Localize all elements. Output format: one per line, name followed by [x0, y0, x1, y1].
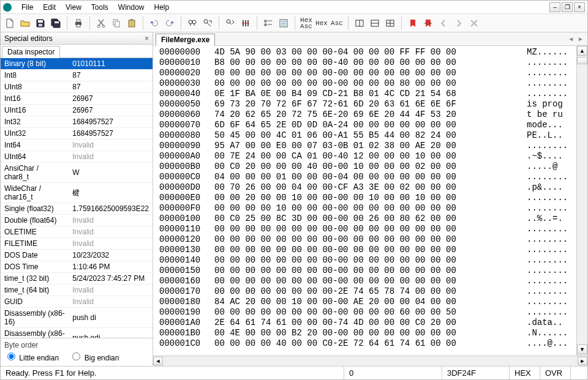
hex-row[interactable]: 000001A02E 64 61 74 61 00 00 00-74 4D 00… [159, 318, 574, 328]
inspector-row[interactable]: Double (float64)Invalid [1, 215, 153, 226]
layout-grid-button[interactable] [383, 17, 397, 30]
scroll-down-icon[interactable]: ▼ [577, 345, 587, 354]
hex-row[interactable]: 000000F000 00 00 00 10 00 00 00-00 00 00… [159, 203, 574, 214]
layout-split-h-button[interactable] [353, 17, 366, 30]
hex-row[interactable]: 0000002000 00 00 00 00 00 00 00-00 00 00… [159, 68, 574, 78]
panel-close-icon[interactable]: × [145, 34, 149, 43]
inspector-row[interactable]: FILETIMEInvalid [1, 238, 153, 250]
cut-button[interactable] [94, 17, 108, 30]
hex-row[interactable]: 0000014000 00 00 00 00 00 00 00-00 00 00… [159, 255, 574, 266]
bookmark-add-button[interactable] [406, 17, 420, 30]
inspector-row[interactable]: Binary (8 bit)01010111 [1, 58, 153, 70]
inspector-row[interactable]: Disassembly (x86-32)push edi [1, 328, 153, 338]
inspector-row[interactable]: Int321684957527 [1, 116, 153, 128]
inspector-row[interactable]: AnsiChar / char8_tW [1, 163, 153, 183]
find-button[interactable] [186, 17, 199, 30]
replace-button[interactable] [201, 17, 214, 30]
inspector-row[interactable]: UInt887 [1, 81, 153, 93]
bookmark-prev-button[interactable] [437, 17, 450, 30]
close-button[interactable]: × [574, 2, 585, 12]
settings-button[interactable] [277, 17, 290, 30]
hex-row[interactable]: 0000018084 AC 20 00 00 10 00 00-00 AE 20… [159, 297, 574, 307]
hex-row[interactable]: 000001B000 4E 00 00 00 B2 20 00-00 00 00… [159, 328, 574, 338]
hex-mode-button[interactable]: Hex [315, 17, 328, 30]
bookmark-clear-button[interactable] [467, 17, 481, 30]
undo-button[interactable] [148, 17, 161, 30]
inspector-row[interactable]: DOS Time1:10:46 PM [1, 261, 153, 273]
inspector-row[interactable]: UInt1626967 [1, 105, 153, 116]
vertical-scrollbar[interactable]: ▲ ▼ [576, 46, 587, 356]
checklist-button[interactable] [262, 17, 275, 30]
redo-button[interactable] [163, 17, 176, 30]
inspector-row[interactable]: Int887 [1, 70, 153, 81]
hex-view[interactable]: 000000004D 5A 90 00 03 00 00 00-04 00 00… [153, 46, 576, 356]
layout-split-v-button[interactable] [368, 17, 382, 30]
hex-row[interactable]: 0000019000 00 00 00 00 00 00 00-00 00 00… [159, 307, 574, 318]
new-file-button[interactable] [3, 17, 17, 30]
goto-button[interactable] [239, 17, 252, 30]
inspector-row[interactable]: WideChar / char16_t楗 [1, 183, 153, 203]
menu-file[interactable]: File [17, 2, 38, 13]
hex-row[interactable]: 000000004D 5A 90 00 03 00 00 00-04 00 00… [159, 47, 574, 58]
open-file-button[interactable] [18, 17, 32, 30]
hex-row[interactable]: 000000A000 7E 24 00 00 CA 01 00-40 12 00… [159, 151, 574, 162]
save-button[interactable] [34, 17, 47, 30]
inspector-row[interactable]: UInt64Invalid [1, 151, 153, 163]
horizontal-scrollbar[interactable]: ◄ ► [153, 356, 587, 366]
hex-asc-toggle[interactable]: Hex Asc [300, 17, 313, 30]
hex-row[interactable]: 000000C004 00 00 00 01 00 00 00-04 00 00… [159, 172, 574, 182]
hex-row[interactable]: 0000016000 00 00 00 00 00 00 00-00 00 00… [159, 276, 574, 286]
inspector-row[interactable]: time_t (32 bit)5/24/2023 7:45:27 PM [1, 273, 153, 285]
scroll-up-icon[interactable]: ▲ [577, 46, 587, 56]
tab-next-icon[interactable]: ► [578, 35, 584, 42]
scroll-right-icon[interactable]: ► [578, 357, 587, 365]
tab-data-inspector[interactable]: Data inspector [2, 46, 60, 58]
inspector-row[interactable]: GUIDInvalid [1, 296, 153, 308]
menu-window[interactable]: Window [113, 2, 149, 13]
scroll-left-icon[interactable]: ◄ [153, 357, 163, 365]
find-next-button[interactable] [224, 17, 237, 30]
menu-tools[interactable]: Tools [86, 2, 113, 13]
hex-row[interactable]: 0000010000 C0 25 00 8C 3D 00 00-00 00 26… [159, 214, 574, 224]
radio-little-endian[interactable]: Little endian [4, 354, 59, 362]
menu-help[interactable]: Help [149, 2, 175, 13]
paste-button[interactable] [125, 17, 138, 30]
minimize-button[interactable]: – [549, 2, 560, 12]
inspector-row[interactable]: Int1626967 [1, 93, 153, 105]
hex-row[interactable]: 00000010B8 00 00 00 00 00 00 00-40 00 00… [159, 58, 574, 68]
hex-row[interactable]: 0000017000 00 00 00 00 00 00 00-2E 74 65… [159, 286, 574, 297]
hex-row[interactable]: 0000015000 00 00 00 00 00 00 00-00 00 00… [159, 266, 574, 276]
bookmark-next-button[interactable] [452, 17, 466, 30]
inspector-row[interactable]: Int64Invalid [1, 140, 153, 151]
hex-row[interactable]: 0000011000 00 00 00 00 00 00 00-00 00 00… [159, 224, 574, 234]
hex-row[interactable]: 0000003000 00 00 00 00 00 00 00-00 00 00… [159, 78, 574, 89]
scroll-thumb[interactable] [577, 57, 587, 64]
tab-prev-icon[interactable]: ◄ [568, 35, 574, 42]
hex-row[interactable]: 000000D000 70 26 00 00 04 00 00-CF A3 3E… [159, 182, 574, 193]
hex-row[interactable]: 0000008050 45 00 00 4C 01 06 00-A1 55 B5… [159, 130, 574, 141]
hex-row[interactable]: 0000006074 20 62 65 20 72 75 6E-20 69 6E… [159, 110, 574, 120]
copy-button[interactable] [110, 17, 123, 30]
inspector-row[interactable]: UInt321684957527 [1, 128, 153, 140]
hex-row[interactable]: 000000706D 6F 64 65 2E 0D 0D 0A-24 00 00… [159, 120, 574, 130]
maximize-button[interactable]: ❐ [562, 2, 573, 12]
menu-view[interactable]: View [61, 2, 86, 13]
asc-mode-button[interactable]: Asc [330, 17, 344, 30]
bookmark-list-button[interactable] [421, 17, 435, 30]
menu-edit[interactable]: Edit [38, 2, 61, 13]
hex-row[interactable]: 000000400E 1F BA 0E 00 B4 09 CD-21 B8 01… [159, 89, 574, 99]
radio-big-endian[interactable]: Big endian [69, 354, 119, 362]
inspector-row[interactable]: time_t (64 bit)Invalid [1, 285, 153, 296]
inspector-row[interactable]: Single (float32)1.75916625009593E22 [1, 203, 153, 215]
hex-row[interactable]: 000001C000 00 00 00 40 00 00 C0-2E 72 64… [159, 338, 574, 349]
hex-row[interactable]: 000000E000 00 20 00 00 10 00 00-00 00 10… [159, 193, 574, 203]
hex-row[interactable]: 000000B000 C0 20 00 00 00 40 00-00 10 00… [159, 162, 574, 172]
hex-row[interactable]: 0000013000 00 00 00 00 00 00 00-00 00 00… [159, 245, 574, 255]
inspector-row[interactable]: OLETIMEInvalid [1, 226, 153, 238]
hex-row[interactable]: 0000012000 00 00 00 00 00 00 00-00 00 00… [159, 234, 574, 245]
hex-row[interactable]: 0000009095 A7 00 00 E0 00 07 03-0B 01 02… [159, 141, 574, 151]
inspector-row[interactable]: DOS Date10/23/2032 [1, 250, 153, 261]
hex-row[interactable]: 0000005069 73 20 70 72 6F 67 72-61 6D 20… [159, 99, 574, 110]
inspector-row[interactable]: Disassembly (x86-16)push di [1, 308, 153, 328]
print-button[interactable] [72, 17, 85, 30]
